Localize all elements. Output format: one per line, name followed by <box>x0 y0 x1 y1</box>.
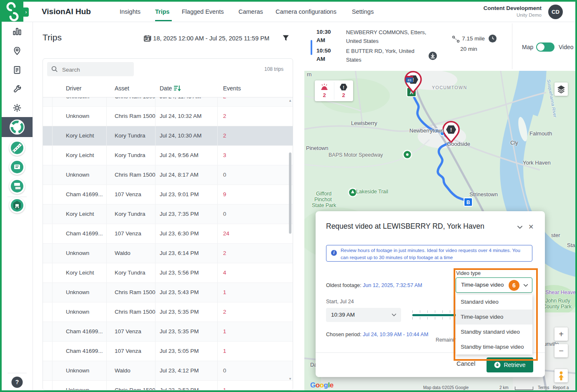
tab-settings[interactable]: Settings <box>352 2 374 22</box>
video-type-select[interactable]: Time-lapse video <box>456 277 532 293</box>
map-label: YOCUMTOWN <box>432 85 467 90</box>
cell-events: 0 <box>223 205 226 224</box>
cell-asset: Chris Ram 1500 <box>115 381 154 390</box>
cell-date: Jul 24, 9:56 AM <box>160 146 215 165</box>
sidebar-expand-arrow[interactable]: › <box>23 7 29 17</box>
oldest-footage: Oldest footage: Jun 12, 2025, 7:32:57 AM <box>326 282 422 288</box>
video-type-option[interactable]: Standby standard video <box>456 325 532 340</box>
map-layers-button[interactable] <box>554 82 568 96</box>
cancel-button[interactable]: Cancel <box>457 360 480 370</box>
table-row[interactable]: Kory LeichtKory TundraJul 24, 9:56 AM3 <box>43 146 293 165</box>
map-label: Star <box>567 242 575 248</box>
table-row[interactable]: Kory LeichtKory TundraJul 24, 10:30 AM2 <box>43 126 293 146</box>
tab-cameras[interactable]: Cameras <box>238 2 263 22</box>
settings-icon[interactable] <box>12 103 22 113</box>
inventory-app-icon[interactable] <box>9 178 25 194</box>
search-box[interactable] <box>47 62 134 76</box>
sidebar-item-visionai-active[interactable] <box>2 117 33 137</box>
col-asset[interactable]: Asset <box>115 80 129 97</box>
oldest-footage-value[interactable]: Jun 12, 2025, 7:32:57 AM <box>363 282 422 288</box>
slider-tick <box>412 310 413 313</box>
table-row[interactable]: Kory LeichtKory TundraJul 23, 7:35 PM0 <box>43 205 293 224</box>
collapse-modal-icon[interactable] <box>517 224 523 230</box>
table-row[interactable]: Cham 41699...107 VenzaJul 23, 9:01 PM9 <box>43 185 293 205</box>
download-trip-icon[interactable] <box>429 52 437 60</box>
slider-tick <box>435 310 435 313</box>
avatar[interactable]: CD <box>548 5 563 19</box>
maintenance-icon[interactable] <box>12 84 22 94</box>
terms-link[interactable]: Terms <box>538 385 549 390</box>
cell-asset: 107 Venza <box>115 322 154 341</box>
pegman-button[interactable] <box>554 369 568 382</box>
zoom-in-button[interactable]: + <box>554 327 568 341</box>
tab-flagged-events[interactable]: Flagged Events <box>182 2 224 22</box>
col-driver[interactable]: Driver <box>66 80 81 97</box>
map-scale-label: 2 km <box>499 385 509 390</box>
date-range[interactable]: Jul 18, 2025 12:00 AM - Jul 25, 2025 11:… <box>144 35 269 42</box>
cell-asset: Waldo <box>115 244 154 263</box>
table-row[interactable]: UnknownChris Ram 1500Jul 23, 3:52 PM1 <box>43 381 293 390</box>
video-type-option[interactable]: Time-lapse video <box>456 310 532 325</box>
table-row[interactable]: UnknownChris Ram 1500Jul 24, 8:17 AM0 <box>43 165 293 185</box>
col-events[interactable]: Events <box>223 80 241 97</box>
tab-trips[interactable]: Trips <box>155 2 170 22</box>
cell-asset: Chris Ram 1500 <box>115 165 154 185</box>
cell-events: 2 <box>223 97 226 106</box>
table-row[interactable]: UnknownWaldoJul 23, 4:12 PM0 <box>43 361 293 381</box>
map-canvas[interactable]: A B ! ! <box>304 71 575 390</box>
slider-tick <box>442 317 443 320</box>
map-label: Cly <box>510 140 518 146</box>
sort-descending-icon[interactable] <box>174 85 181 92</box>
table-scrollbar[interactable] <box>289 152 291 234</box>
table-row[interactable]: UnknownChris Ram 1500Jul 23, 5:43 PM1 <box>43 283 293 302</box>
cell-events: 1 <box>223 381 226 390</box>
video-type-option[interactable]: Standby time-lapse video <box>456 340 532 355</box>
table-row[interactable]: UnknownChris Ram 1500Jul 24, 11:45 AM2 <box>43 97 293 107</box>
forklift-app-icon[interactable] <box>9 197 25 213</box>
reports-icon[interactable] <box>12 65 22 75</box>
table-row[interactable]: UnknownWaldoJul 23, 6:14 PM2 <box>43 244 293 263</box>
report-map-error-link[interactable]: Report a map error <box>553 385 575 390</box>
scroll-down-arrow[interactable]: ▼ <box>288 377 292 381</box>
trips-panel: Trips Jul 18, 2025 12:00 AM - Jul 25, 20… <box>33 22 296 390</box>
table-row[interactable]: Kory LeichtKory TundraJul 23, 5:56 PM4 <box>43 263 293 283</box>
help-icon[interactable]: ? <box>12 377 23 388</box>
dispatch-app-icon[interactable] <box>9 159 25 175</box>
col-date[interactable]: Date <box>160 80 172 97</box>
cell-asset: Kory Tundra <box>115 263 154 282</box>
cell-driver: Kory Leicht <box>66 205 105 224</box>
table-row[interactable]: Cham 41699...107 VenzaJul 23, 5:35 PM1 <box>43 322 293 342</box>
sidebar-divider-bottom <box>8 373 27 373</box>
table-row[interactable]: UnknownChris Ram 1500Jul 24, 10:32 AM2 <box>43 107 293 126</box>
map-label: State Park <box>312 202 336 208</box>
cell-asset: Chris Ram 1500 <box>115 283 154 302</box>
trip-duration: 20 min <box>460 46 477 52</box>
table-row[interactable]: Cham 41699...107 VenzaJul 23, 6:30 PM24 <box>43 224 293 244</box>
trips-rows: UnknownChris Ram 1500Jul 24, 11:45 AM2Un… <box>43 97 293 390</box>
app-logo[interactable] <box>2 2 23 22</box>
tab-camera-configurations[interactable]: Camera configurations <box>276 2 336 22</box>
analytics-icon[interactable] <box>12 26 22 36</box>
alert-hexagon-icon: ! <box>339 83 348 91</box>
map-label: York Haven <box>523 160 551 166</box>
map-label: Newberrytown <box>409 127 444 134</box>
search-input[interactable] <box>61 62 132 77</box>
google-logo: Google <box>310 381 334 390</box>
cell-asset: 107 Venza <box>115 342 154 361</box>
close-icon[interactable]: ✕ <box>528 223 534 231</box>
tab-insights[interactable]: Insights <box>120 2 140 22</box>
start-time-select[interactable]: 10:39 AM <box>326 308 401 322</box>
location-icon[interactable] <box>12 46 22 56</box>
filter-icon[interactable] <box>282 35 289 42</box>
map-label: Falmouth <box>529 130 552 137</box>
cell-driver: Unknown <box>66 165 105 185</box>
pegman-icon <box>556 370 567 381</box>
video-type-option[interactable]: Standard video <box>456 295 532 310</box>
map-video-toggle[interactable] <box>536 42 554 52</box>
roads-app-icon[interactable] <box>9 140 25 156</box>
table-row[interactable]: UnknownChris Ram 1500Jul 23, 5:35 PM2 <box>43 302 293 322</box>
scroll-up-arrow[interactable]: ▲ <box>288 99 292 102</box>
table-row[interactable]: Cham 41699...107 VenzaJul 23, 5:05 PM1 <box>43 342 293 361</box>
zoom-out-button[interactable]: − <box>554 344 568 357</box>
retrieve-button[interactable]: Retrieve <box>487 357 533 372</box>
